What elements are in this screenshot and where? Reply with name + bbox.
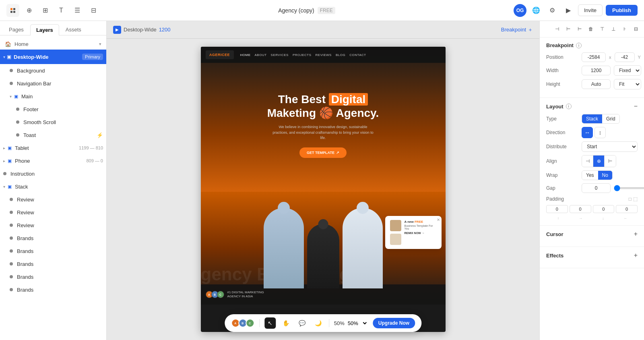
padding-left-input[interactable] xyxy=(616,205,638,213)
distribute-select[interactable]: Start Center End Space Between xyxy=(582,141,638,152)
cursor-tool[interactable]: ↖ xyxy=(264,317,276,329)
layer-item-tablet[interactable]: ▸ ▣ Tablet 1199 — 810 xyxy=(0,141,106,154)
padding-bottom-input[interactable] xyxy=(593,205,615,213)
tab-layers[interactable]: Layers xyxy=(30,24,59,35)
layer-nav-label: Navigation Bar xyxy=(17,81,103,87)
position-y-input[interactable] xyxy=(615,52,635,62)
height-mode-select[interactable]: Fit Fixed Fill xyxy=(614,79,641,89)
home-row[interactable]: 🏠 Home ▾ xyxy=(0,39,106,50)
align-top-icon[interactable]: ⊤ xyxy=(597,24,607,34)
layer-main-label: Main xyxy=(21,93,103,100)
align-middle-icon[interactable]: ⊥ xyxy=(609,24,618,34)
position-x-input[interactable] xyxy=(582,52,606,62)
height-input[interactable] xyxy=(582,79,611,89)
layer-item-phone[interactable]: ▸ ▣ Phone 809 — 0 xyxy=(0,154,106,167)
align-left-icon[interactable]: ⊣ xyxy=(552,24,562,34)
layer-review-3-label: Review xyxy=(17,222,103,228)
upgrade-button[interactable]: Upgrade Now xyxy=(373,318,415,328)
dir-horizontal-btn[interactable]: ↔ xyxy=(582,127,593,138)
layers-button[interactable]: ☰ xyxy=(71,4,84,17)
align-left-btn[interactable]: ⊣ xyxy=(582,155,593,167)
layer-item-smooth-scroll[interactable]: Smooth Scroll xyxy=(0,116,106,129)
layer-item-stack[interactable]: ▾ ▣ Stack xyxy=(0,180,106,193)
play-button[interactable]: ▶ xyxy=(562,4,575,17)
delete-icon[interactable]: 🗑 xyxy=(586,24,596,34)
right-panel: ⊣ ⊢ ⊢ 🗑 ⊤ ⊥ ⊦ ⊟ Breakpoint i Position x xyxy=(539,21,644,340)
settings-button[interactable]: ⚙ xyxy=(546,4,559,17)
layer-item-brands-4[interactable]: Brands xyxy=(0,270,106,283)
dir-vertical-btn[interactable]: ↕ xyxy=(594,127,606,138)
publish-button[interactable]: Publish xyxy=(606,5,638,16)
head-left xyxy=(278,202,290,214)
layer-item-brands-3[interactable]: Brands xyxy=(0,257,106,270)
type-toggle: Stack Grid xyxy=(582,114,620,124)
wrap-yes-btn[interactable]: Yes xyxy=(582,171,598,180)
align-bottom-icon[interactable]: ⊦ xyxy=(620,24,630,34)
layer-item-review-1[interactable]: Review xyxy=(0,193,106,206)
breakpoint-button[interactable]: Breakpoint ＋ xyxy=(501,26,533,33)
tab-pages[interactable]: Pages xyxy=(3,24,29,35)
layer-item-instruction[interactable]: Instruction xyxy=(0,167,106,180)
layer-item-review-2[interactable]: Review xyxy=(0,206,106,219)
layer-item-review-3[interactable]: Review xyxy=(0,219,106,232)
invite-button[interactable]: Invite xyxy=(578,4,603,16)
layer-stack-label: Stack xyxy=(15,184,103,190)
layer-desktop-wide-label: Desktop-Wide xyxy=(14,54,82,60)
zoom-dropdown[interactable]: 50% 75% 100% xyxy=(346,320,368,327)
type-stack-btn[interactable]: Stack xyxy=(582,114,602,123)
tab-assets[interactable]: Assets xyxy=(60,24,87,35)
comment-tool[interactable]: 💬 xyxy=(297,317,308,329)
logo-button[interactable] xyxy=(6,4,19,17)
cursor-plus-icon[interactable]: + xyxy=(634,230,638,238)
padding-right-input[interactable] xyxy=(570,205,591,213)
grid-view-button[interactable]: ⊞ xyxy=(39,4,52,17)
user-avatar[interactable]: OG xyxy=(514,4,526,17)
divider-1 xyxy=(259,319,260,327)
component-icon xyxy=(10,224,13,227)
width-input[interactable] xyxy=(582,66,611,75)
zoom-control: 50% 50% 75% 100% xyxy=(334,320,368,327)
align-right-btn[interactable]: ⊢ xyxy=(605,155,616,167)
gap-input[interactable] xyxy=(582,183,611,193)
layout-info-icon[interactable]: i xyxy=(566,104,572,109)
width-mode-select[interactable]: Fixed Fill Hug xyxy=(614,65,641,76)
add-element-button[interactable]: ⊕ xyxy=(23,4,35,17)
canvas-viewport[interactable]: AGERICEE HOME ABOUT SERVICES PROJECTS RE… xyxy=(107,39,539,340)
layer-item-background[interactable]: Background xyxy=(0,64,106,77)
gap-slider[interactable] xyxy=(614,187,644,189)
layer-brands-1-label: Brands xyxy=(17,235,103,241)
distribute-icon[interactable]: ⊟ xyxy=(631,24,641,34)
layers-list: 🏠 Home ▾ ▾ ▣ Desktop-Wide Primary Backgr… xyxy=(0,35,106,340)
hero-image-bg: gency Bes a leti ger A B C #1 DIGITAL MA… xyxy=(201,192,446,305)
dark-mode-tool[interactable]: 🌙 xyxy=(313,317,324,329)
align-center-h-icon[interactable]: ⊢ xyxy=(564,24,573,34)
layer-item-brands-5[interactable]: Brands xyxy=(0,283,106,296)
preview-cta-button[interactable]: GET TEMPLATE ↗ xyxy=(299,147,347,158)
align-center-btn[interactable]: ⊕ xyxy=(593,155,605,167)
globe-button[interactable]: 🌐 xyxy=(530,4,543,17)
type-grid-btn[interactable]: Grid xyxy=(602,114,619,123)
layer-item-navigation-bar[interactable]: Navigation Bar xyxy=(0,77,106,90)
align-right-icon[interactable]: ⊢ xyxy=(575,24,584,34)
layer-item-brands-2[interactable]: Brands xyxy=(0,245,106,257)
layer-item-main[interactable]: ▾ ▣ Main xyxy=(0,90,106,103)
hand-tool[interactable]: ✋ xyxy=(281,317,292,329)
text-tool-button[interactable]: T xyxy=(55,4,68,17)
layer-item-footer[interactable]: Footer xyxy=(0,103,106,116)
canvas-width: 1200 xyxy=(159,27,171,33)
components-button[interactable]: ⊟ xyxy=(87,4,100,17)
frame-icon: ▣ xyxy=(8,184,12,189)
layer-item-toast[interactable]: Toast ⚡ xyxy=(0,129,106,141)
svg-rect-0 xyxy=(10,8,12,10)
effects-plus-icon[interactable]: + xyxy=(634,252,638,259)
toast-close-button[interactable]: ✕ xyxy=(437,218,440,222)
layer-item-brands-1[interactable]: Brands xyxy=(0,232,106,245)
layer-item-desktop-wide[interactable]: ▾ ▣ Desktop-Wide Primary xyxy=(0,50,106,64)
bottom-bar-avatars: A B C xyxy=(206,291,223,298)
direction-row: Direction ↔ ↕ xyxy=(546,127,638,138)
breakpoint-info-icon[interactable]: i xyxy=(576,43,582,48)
layer-brands-3-label: Brands xyxy=(17,261,103,267)
layout-minus-icon[interactable]: − xyxy=(634,103,638,110)
padding-top-input[interactable] xyxy=(546,205,568,213)
wrap-no-btn[interactable]: No xyxy=(598,171,612,180)
